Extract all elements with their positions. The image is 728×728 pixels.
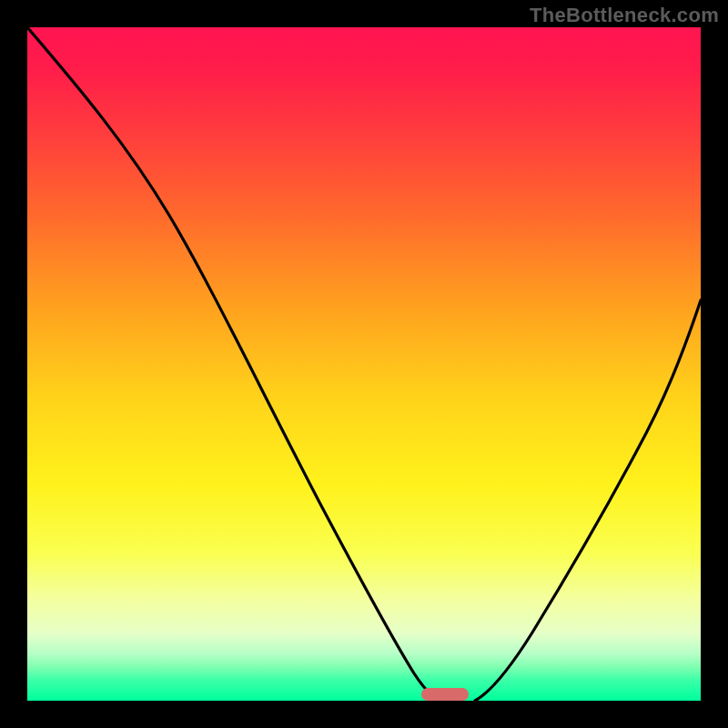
curve-left-branch — [27, 27, 441, 701]
curve-right-branch — [475, 300, 701, 701]
plot-area — [27, 27, 701, 701]
minimum-marker — [421, 688, 469, 701]
bottleneck-curve — [27, 27, 701, 701]
chart-frame: TheBottleneck.com — [0, 0, 728, 728]
watermark-text: TheBottleneck.com — [530, 4, 719, 27]
